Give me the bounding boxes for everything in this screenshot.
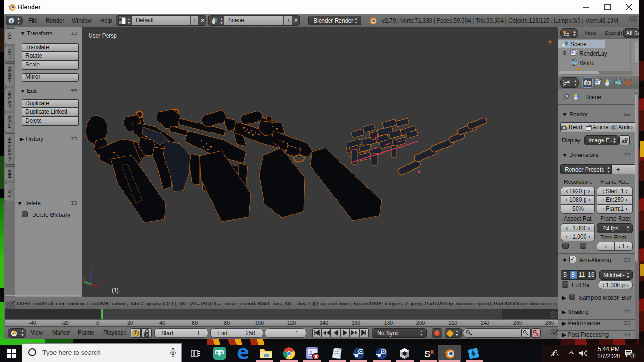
svg-text:i: i xyxy=(11,18,12,24)
svg-text:1: 1 xyxy=(632,354,634,358)
